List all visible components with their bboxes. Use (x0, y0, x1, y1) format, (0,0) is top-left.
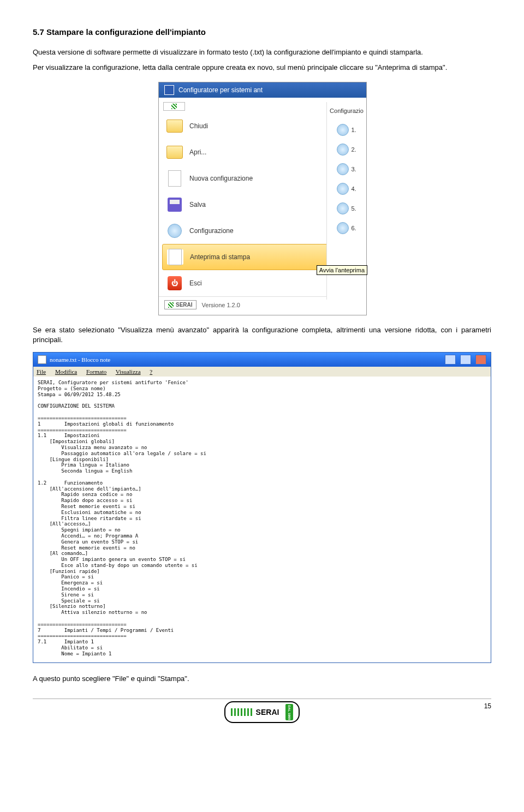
gear-icon (337, 144, 349, 156)
app-screenshot: Configuratore per sistemi ant Chiudi Apr… (158, 82, 367, 315)
since-badge: DAL 1965 (285, 704, 293, 720)
menu-anteprima-label: Anteprima di stampa (190, 253, 250, 261)
wave-icon (231, 708, 253, 716)
page-footer: SERAI DAL 1965 15 (33, 698, 491, 723)
serai-logo-icon: SERAI (164, 300, 196, 309)
print-preview-icon (167, 249, 183, 265)
app-title-text: Configuratore per sistemi ant (178, 86, 263, 94)
np-menu-modifica[interactable]: Modifica (55, 368, 77, 375)
maximize-icon[interactable] (460, 355, 471, 365)
para-4: A questo punto scegliere "File" e quindi… (33, 674, 491, 684)
menu-esci-label: Esci (189, 279, 202, 287)
gear-icon (337, 124, 349, 136)
page-number: 15 (484, 702, 491, 710)
np-menu-file[interactable]: File (37, 368, 46, 375)
gear-icon (337, 183, 349, 195)
notepad-menubar[interactable]: File Modifica Formato Visualizza ? (33, 367, 491, 377)
menu-nuova-label: Nuova configurazione (189, 175, 253, 182)
app-titlebar: Configuratore per sistemi ant (159, 82, 366, 98)
tooltip: Avvia l'anteprima (317, 265, 367, 275)
document-icon (166, 171, 183, 186)
section-heading: 5.7 Stampare la configurazione dell'impi… (33, 27, 491, 37)
footer-logo: SERAI DAL 1965 (224, 701, 300, 723)
power-icon: ⏻ (166, 276, 183, 291)
notepad-window: noname.txt - Blocco note File Modifica F… (33, 352, 491, 662)
intro-para-1: Questa versione di software permette di … (33, 47, 491, 57)
gear-icon (337, 222, 349, 234)
np-menu-visualizza[interactable]: Visualizza (116, 368, 141, 375)
para-3: Se era stato selezionato "Visualizza men… (33, 325, 491, 344)
notepad-titlebar: noname.txt - Blocco note (33, 353, 491, 367)
version-label: Versione 1.2.0 (202, 302, 240, 308)
notepad-doc-icon (38, 355, 46, 364)
folder-open-icon (166, 145, 183, 160)
gear-icon (166, 223, 183, 238)
notepad-title-text: noname.txt - Blocco note (50, 356, 110, 363)
minimize-icon[interactable] (445, 355, 456, 365)
menu-chiudi-label: Chiudi (189, 122, 208, 130)
right-panel-header: Configurazio (329, 105, 365, 116)
intro-para-2: Per visualizzare la configurazione, lett… (33, 63, 491, 73)
notepad-body: SERAI, Configuratore per sistemi antifur… (33, 377, 491, 662)
np-menu-help[interactable]: ? (150, 368, 152, 375)
np-menu-formato[interactable]: Formato (86, 368, 106, 375)
footer-brand: SERAI (256, 708, 279, 717)
menu-apri-label: Apri... (189, 148, 206, 156)
menu-config-label: Configurazione (189, 227, 234, 235)
save-icon (164, 85, 174, 95)
gear-icon (337, 163, 349, 175)
close-icon[interactable] (475, 355, 486, 365)
folder-icon (166, 118, 183, 134)
menu-salva-label: Salva (189, 201, 206, 208)
gear-icon (337, 202, 349, 214)
diskette-icon (166, 197, 183, 212)
